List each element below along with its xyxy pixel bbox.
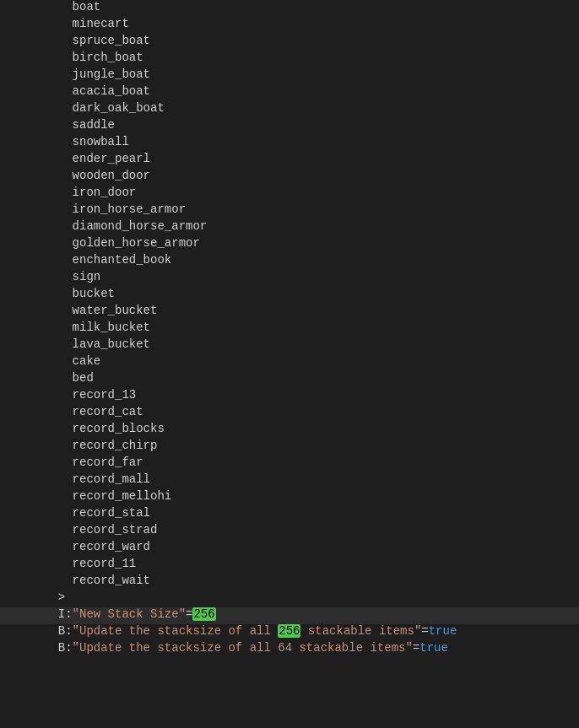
list-item: record_11 <box>0 557 579 574</box>
list-item: snowball <box>0 135 579 152</box>
list-item: spruce_boat <box>0 34 579 51</box>
line-text: record_wait <box>41 574 150 587</box>
stack-size-256-inline: 256 <box>278 624 300 638</box>
line-text: dark_oak_boat <box>41 101 165 115</box>
line-text: bucket <box>41 287 115 300</box>
list-item: record_blocks <box>0 422 579 439</box>
line-text: snowball <box>41 135 129 148</box>
line-text: record_11 <box>41 557 136 570</box>
editor: boat minecart spruce_boat birch_boat jun… <box>0 0 579 728</box>
list-item: saddle <box>0 118 579 135</box>
line-text: milk_bucket <box>41 321 150 334</box>
line-text: boat <box>41 0 100 13</box>
line-text: record_13 <box>41 388 136 402</box>
list-item: iron_door <box>0 186 579 202</box>
line-text: saddle <box>41 118 115 132</box>
line-text: minecart <box>41 17 129 30</box>
line-text: birch_boat <box>41 51 143 64</box>
line-text: I:"New Stack Size"=256 <box>41 607 216 621</box>
list-item: > <box>0 590 579 607</box>
list-item: golden_horse_armor <box>0 236 579 253</box>
list-item: record_chirp <box>0 439 579 456</box>
line-text: acacia_boat <box>41 84 150 98</box>
line-text: bed <box>41 371 94 385</box>
list-item: water_bucket <box>0 304 579 321</box>
line-text: B:"Update the stacksize of all 64 stacka… <box>41 641 448 655</box>
line-text: jungle_boat <box>41 67 150 81</box>
line-text: golden_horse_armor <box>41 236 200 250</box>
list-item: diamond_horse_armor <box>0 219 579 236</box>
line-text: cake <box>41 354 100 368</box>
list-item: iron_horse_armor <box>0 202 579 219</box>
list-item: record_strad <box>0 523 579 540</box>
config-update-256-line: B:"Update the stacksize of all 256 stack… <box>0 624 579 641</box>
line-text: water_bucket <box>41 304 157 317</box>
list-item: bed <box>0 371 579 388</box>
line-text: ender_pearl <box>41 152 150 165</box>
list-item: enchanted_book <box>0 253 579 270</box>
line-text: iron_door <box>41 186 136 199</box>
list-item: record_mellohi <box>0 489 579 506</box>
list-item: ender_pearl <box>0 152 579 169</box>
line-text: record_mall <box>41 472 150 486</box>
list-item: jungle_boat <box>0 67 579 84</box>
line-area: boat minecart spruce_boat birch_boat jun… <box>0 0 579 658</box>
list-item: milk_bucket <box>0 321 579 337</box>
config-update-64-line: B:"Update the stacksize of all 64 stacka… <box>0 641 579 658</box>
list-item: acacia_boat <box>0 84 579 101</box>
list-item: lava_bucket <box>0 337 579 354</box>
list-item: dark_oak_boat <box>0 101 579 118</box>
config-new-stack-size-line: I:"New Stack Size"=256 <box>0 607 579 624</box>
stack-size-value: 256 <box>192 607 215 621</box>
list-item: sign <box>0 270 579 287</box>
line-text: > <box>41 590 65 604</box>
list-item: record_cat <box>0 405 579 422</box>
line-text: iron_horse_armor <box>41 202 186 216</box>
list-item: birch_boat <box>0 51 579 67</box>
line-text: diamond_horse_armor <box>41 219 207 233</box>
line-text: record_stal <box>41 506 150 520</box>
line-text: B:"Update the stacksize of all 256 stack… <box>41 624 457 638</box>
line-text: record_mellohi <box>41 489 171 503</box>
line-text: spruce_boat <box>41 34 150 47</box>
list-item: cake <box>0 354 579 371</box>
list-item: boat <box>0 0 579 17</box>
line-text: record_cat <box>41 405 143 418</box>
line-text: wooden_door <box>41 169 150 182</box>
line-text: sign <box>41 270 100 283</box>
line-text: record_ward <box>41 540 150 553</box>
list-item: record_ward <box>0 540 579 557</box>
list-item: record_far <box>0 456 579 472</box>
list-item: wooden_door <box>0 169 579 186</box>
line-text: lava_bucket <box>41 337 150 351</box>
list-item: record_wait <box>0 574 579 590</box>
list-item: record_stal <box>0 506 579 523</box>
line-text: enchanted_book <box>41 253 171 267</box>
list-item: bucket <box>0 287 579 304</box>
line-text: record_strad <box>41 523 157 537</box>
line-text: record_blocks <box>41 422 165 435</box>
list-item: minecart <box>0 17 579 34</box>
list-item: record_13 <box>0 388 579 405</box>
list-item: record_mall <box>0 472 579 489</box>
line-text: record_chirp <box>41 439 157 452</box>
line-text: record_far <box>41 456 143 469</box>
